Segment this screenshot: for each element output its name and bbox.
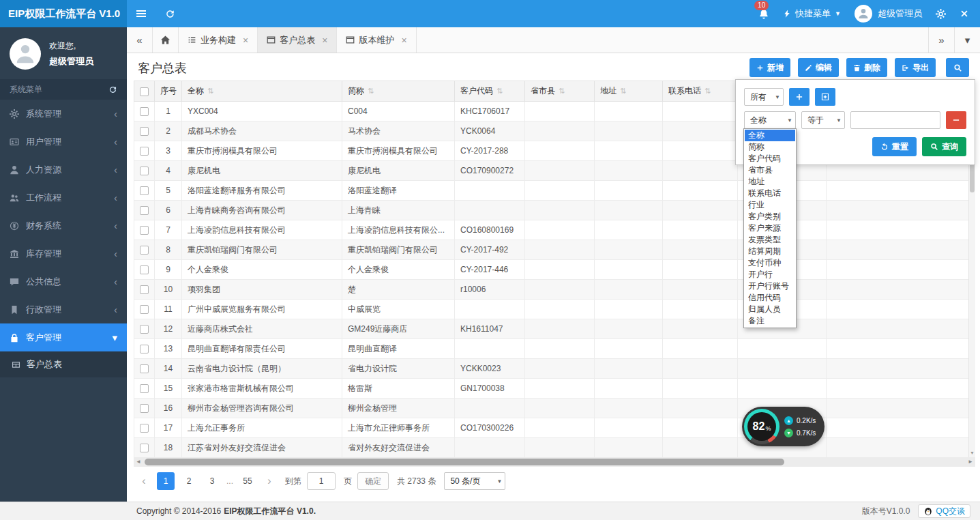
condition-value-input[interactable] bbox=[850, 111, 940, 129]
goto-page-input[interactable] bbox=[307, 472, 336, 490]
tab-close-icon[interactable]: × bbox=[322, 35, 327, 45]
table-row[interactable]: 17上海允正事务所上海市允正律师事务所CO170300226 bbox=[134, 418, 975, 438]
add-condition-button[interactable] bbox=[789, 88, 810, 106]
table-row[interactable]: 12近藤商店株式会社GM249近藤商店KH1611047 bbox=[134, 319, 975, 339]
tabs-menu-button[interactable]: ▾ bbox=[954, 27, 980, 53]
field-option[interactable]: 开户行 bbox=[745, 269, 795, 280]
tabs-scroll-right-button[interactable]: » bbox=[928, 27, 954, 53]
row-checkbox[interactable] bbox=[140, 246, 149, 255]
home-tab-button[interactable] bbox=[153, 27, 179, 53]
table-row[interactable]: 10项羽集团楚r10006 bbox=[134, 280, 975, 300]
quick-menu-button[interactable]: 快捷菜单 ▼ bbox=[783, 8, 841, 20]
user-menu[interactable]: 超级管理员 bbox=[855, 5, 922, 23]
row-checkbox[interactable] bbox=[140, 384, 149, 393]
table-row[interactable]: 6上海青睐商务咨询有限公司上海青睐 bbox=[134, 201, 975, 220]
table-row[interactable]: 18江苏省对外友好交流促进会省对外友好交流促进会 bbox=[134, 438, 975, 458]
tab-customer-table[interactable]: 客户总表 × bbox=[258, 27, 337, 53]
qq-chat-button[interactable]: QQ交谈 bbox=[918, 504, 970, 518]
table-row[interactable]: 15张家港市格雷斯机械有限公司格雷斯GN1700038 bbox=[134, 379, 975, 399]
sidebar-toggle-button[interactable] bbox=[127, 0, 155, 27]
menu-refresh-button[interactable] bbox=[108, 85, 117, 94]
open-search-button[interactable] bbox=[946, 58, 969, 77]
row-checkbox[interactable] bbox=[140, 424, 149, 433]
sidebar-item-hr[interactable]: 人力资源 ‹ bbox=[0, 156, 127, 184]
sidebar-item-public-info[interactable]: 公共信息 ‹ bbox=[0, 268, 127, 295]
row-checkbox[interactable] bbox=[140, 226, 149, 235]
field-option[interactable]: 客户来源 bbox=[745, 222, 795, 234]
export-button[interactable]: 导出 bbox=[895, 58, 936, 77]
tab-version-maintenance[interactable]: 版本维护 × bbox=[337, 27, 416, 53]
column-header-4[interactable]: 省市县⇅ bbox=[525, 81, 595, 102]
add-condition-group-button[interactable] bbox=[815, 88, 835, 106]
sidebar-item-finance[interactable]: 财务系统 ‹ bbox=[0, 212, 127, 240]
settings-button[interactable] bbox=[936, 9, 946, 19]
field-option[interactable]: 行业 bbox=[745, 199, 795, 211]
field-option[interactable]: 备注 bbox=[745, 315, 795, 327]
scroll-down-arrow[interactable]: ▼ bbox=[969, 449, 975, 457]
row-checkbox[interactable] bbox=[140, 147, 149, 156]
page-number[interactable]: 3 bbox=[203, 472, 221, 490]
column-header-3[interactable]: 客户代码⇅ bbox=[455, 81, 525, 102]
notifications-button[interactable]: 10 bbox=[758, 8, 769, 19]
horizontal-scrollbar[interactable]: ◄ ► bbox=[134, 457, 975, 467]
table-row[interactable]: 5洛阳蓝途翻译服务有限公司洛阳蓝途翻译 bbox=[134, 181, 975, 201]
sidebar-subitem-customer-table[interactable]: 客户总表 bbox=[0, 351, 127, 377]
row-checkbox[interactable] bbox=[140, 186, 149, 195]
row-checkbox[interactable] bbox=[140, 444, 149, 452]
column-header-1[interactable]: 全称⇅ bbox=[182, 81, 342, 102]
row-checkbox[interactable] bbox=[140, 265, 149, 274]
table-row[interactable]: 8重庆凯铂瑞阀门有限公司重庆凯铂瑞阀门有限公司CY-2017-492 bbox=[134, 240, 975, 260]
row-checkbox[interactable] bbox=[140, 345, 149, 353]
tab-business-build[interactable]: 业务构建 × bbox=[179, 27, 258, 53]
sidebar-item-customer[interactable]: 客户管理 ▾ bbox=[0, 323, 127, 351]
row-checkbox[interactable] bbox=[140, 364, 149, 373]
network-speed-widget[interactable]: 82 % ▲ 0.2K/s ▼ 0.7K/s bbox=[742, 407, 825, 446]
page-size-select[interactable]: 50 条/页 ▼ bbox=[444, 472, 505, 490]
tab-close-icon[interactable]: × bbox=[401, 35, 406, 45]
field-option[interactable]: 客户代码 bbox=[745, 153, 795, 164]
sidebar-item-users[interactable]: 用户管理 ‹ bbox=[0, 128, 127, 156]
column-header-2[interactable]: 简称⇅ bbox=[342, 81, 455, 102]
sort-icon[interactable]: ⇅ bbox=[559, 87, 565, 95]
scroll-right-arrow[interactable]: ► bbox=[966, 457, 975, 467]
refresh-page-button[interactable] bbox=[155, 0, 184, 27]
field-option[interactable]: 地址 bbox=[745, 176, 795, 188]
table-row[interactable]: 7上海凌韵信息科技有限公司上海凌韵信息科技有限公...CO160800169 bbox=[134, 220, 975, 240]
tab-close-icon[interactable]: × bbox=[243, 35, 248, 45]
sidebar-item-admin[interactable]: 行政管理 ‹ bbox=[0, 295, 127, 323]
next-page-button[interactable]: › bbox=[262, 476, 277, 487]
sort-icon[interactable]: ⇅ bbox=[704, 87, 711, 95]
table-row[interactable]: 13昆明曲直翻译有限责任公司昆明曲直翻译 bbox=[134, 339, 975, 359]
row-checkbox[interactable] bbox=[140, 285, 149, 294]
edit-button[interactable]: 编辑 bbox=[798, 58, 839, 77]
table-row[interactable]: 14云南省电力设计院（昆明）省电力设计院YCKK0023 bbox=[134, 359, 975, 379]
row-checkbox[interactable] bbox=[140, 167, 149, 175]
row-checkbox[interactable] bbox=[140, 325, 149, 334]
row-checkbox[interactable] bbox=[140, 107, 149, 116]
column-header-5[interactable]: 地址⇅ bbox=[595, 81, 663, 102]
sort-icon[interactable]: ⇅ bbox=[207, 87, 213, 95]
prev-page-button[interactable]: ‹ bbox=[136, 476, 151, 487]
sort-icon[interactable]: ⇅ bbox=[620, 87, 626, 95]
sort-icon[interactable]: ⇅ bbox=[368, 87, 374, 95]
table-row[interactable]: 16柳州市金杨管理咨询有限公司柳州金杨管理 bbox=[134, 399, 975, 418]
column-header-6[interactable]: 联系电话⇅ bbox=[663, 81, 738, 102]
table-row[interactable]: 9个人金乘俊个人金乘俊CY-2017-446 bbox=[134, 260, 975, 280]
tabs-scroll-left-button[interactable]: « bbox=[127, 27, 153, 53]
row-checkbox[interactable] bbox=[140, 206, 149, 215]
select-all-checkbox[interactable] bbox=[140, 87, 149, 96]
field-select[interactable]: 全称 ▼ bbox=[744, 111, 796, 129]
row-checkbox[interactable] bbox=[140, 127, 149, 136]
page-number[interactable]: 1 bbox=[157, 472, 175, 490]
row-checkbox[interactable] bbox=[140, 404, 149, 413]
row-checkbox[interactable] bbox=[140, 305, 149, 314]
field-option[interactable]: 结算周期 bbox=[745, 246, 795, 257]
field-option[interactable]: 客户类别 bbox=[745, 211, 795, 222]
sidebar-item-workflow[interactable]: 工作流程 ‹ bbox=[0, 184, 127, 212]
table-row[interactable]: 11广州中威展览服务有限公司中威展览 bbox=[134, 300, 975, 319]
field-option[interactable]: 归属人员 bbox=[745, 304, 795, 315]
field-option[interactable]: 支付币种 bbox=[745, 257, 795, 269]
field-option[interactable]: 简称 bbox=[745, 141, 795, 153]
scope-select[interactable]: 所有 ▼ bbox=[744, 88, 784, 106]
page-number[interactable]: 55 bbox=[239, 472, 256, 490]
